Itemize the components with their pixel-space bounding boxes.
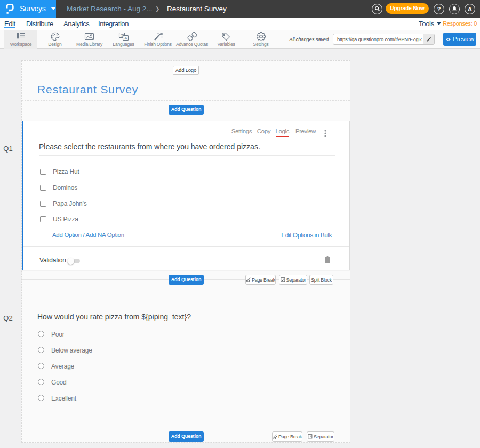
svg-text:文: 文	[121, 33, 124, 37]
svg-text:A: A	[124, 36, 127, 41]
